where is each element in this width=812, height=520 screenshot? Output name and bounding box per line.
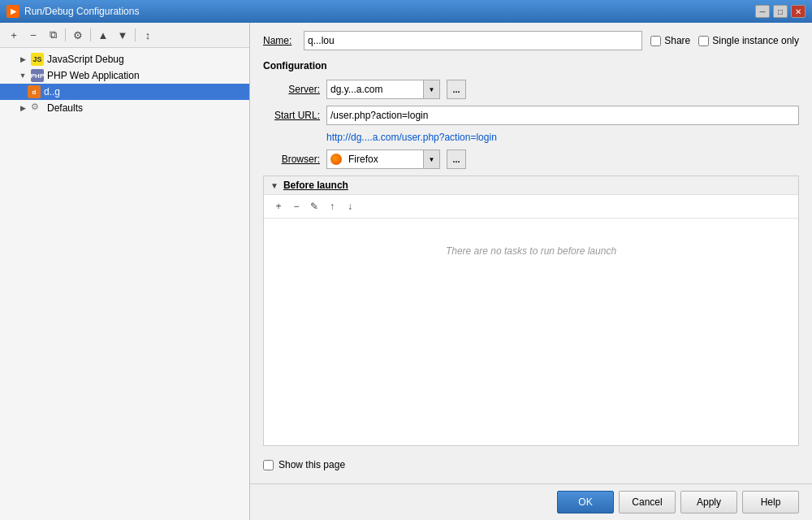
expand-arrow-php: ▼ — [18, 71, 28, 80]
name-input[interactable] — [304, 31, 642, 50]
server-label: Server: — [263, 84, 320, 95]
tree-item-js-debug[interactable]: ▶ JS JavaScript Debug — [0, 51, 249, 67]
tree-item-debug-instance[interactable]: d d..g — [0, 84, 249, 100]
show-page-label: Show this page — [279, 459, 345, 470]
apply-button[interactable]: Apply — [680, 491, 737, 514]
config-section: Configuration Server: dg.y...a.com ▼ ...… — [263, 60, 799, 176]
config-section-title: Configuration — [263, 60, 799, 72]
single-instance-checkbox[interactable] — [698, 36, 709, 46]
single-instance-checkbox-group: Single instance only — [698, 35, 799, 46]
browser-select-value: Firefox — [345, 154, 423, 165]
right-panel: Name: Share Single instance only Configu… — [250, 23, 812, 483]
share-checkbox-group: Share — [650, 35, 690, 46]
browser-dropdown-arrow[interactable]: ▼ — [423, 150, 439, 168]
start-url-label: Start URL: — [263, 110, 320, 121]
name-label: Name: — [263, 35, 296, 46]
name-row: Name: Share Single instance only — [263, 31, 799, 50]
share-checkbox[interactable] — [650, 36, 661, 46]
minimize-button[interactable]: ─ — [755, 5, 770, 18]
remove-config-button[interactable]: − — [24, 26, 42, 44]
browser-select[interactable]: Firefox ▼ — [326, 150, 440, 169]
app-icon: ▶ — [6, 5, 19, 18]
debug-small-icon: d — [28, 85, 41, 98]
move-down-button[interactable]: ▼ — [114, 26, 132, 44]
server-dropdown-arrow[interactable]: ▼ — [423, 80, 439, 98]
no-tasks-message: There are no tasks to run before launch — [446, 245, 616, 257]
tree-item-defaults[interactable]: ▶ ⚙ Defaults — [0, 100, 249, 116]
expand-arrow: ▶ — [18, 54, 28, 64]
before-launch-section: ▼ Before launch + − ✎ ↑ ↓ There are no t… — [263, 176, 799, 446]
tree-item-label: JavaScript Debug — [47, 54, 124, 65]
defaults-icon: ⚙ — [31, 102, 44, 115]
cancel-button[interactable]: Cancel — [619, 491, 676, 514]
before-launch-title: Before launch — [283, 180, 348, 191]
browser-field-row: Browser: Firefox ▼ ... — [263, 150, 799, 169]
tree-item-php-web[interactable]: ▼ PHP PHP Web Application — [0, 67, 249, 84]
php-icon: PHP — [31, 69, 44, 82]
edit-task-button[interactable]: ✎ — [306, 198, 322, 214]
js-icon: JS — [31, 53, 44, 66]
close-button[interactable]: ✕ — [791, 5, 806, 18]
collapse-arrow-icon: ▼ — [270, 181, 279, 190]
server-select-value: dg.y...a.com — [327, 84, 423, 95]
single-instance-label: Single instance only — [712, 35, 799, 46]
before-launch-toolbar: + − ✎ ↑ ↓ — [264, 195, 798, 219]
share-label: Share — [664, 35, 690, 46]
tree-item-label: PHP Web Application — [47, 70, 140, 81]
toolbar-separator-2 — [90, 28, 91, 41]
expand-arrow-defaults: ▶ — [18, 103, 28, 113]
browser-label: Browser: — [263, 154, 320, 165]
left-panel: + − ⧉ ⚙ ▲ ▼ ↕ ▶ JS JavaScript Debug ▼ — [0, 23, 250, 520]
move-down-task-button[interactable]: ↓ — [342, 198, 358, 214]
tree-item-label: Defaults — [47, 102, 83, 114]
show-page-row: Show this page — [263, 459, 799, 470]
before-launch-header[interactable]: ▼ Before launch — [264, 176, 798, 195]
browser-more-button[interactable]: ... — [447, 150, 466, 169]
show-page-checkbox[interactable] — [263, 460, 274, 470]
start-url-field-row: Start URL: — [263, 106, 799, 125]
sort-button[interactable]: ↕ — [139, 26, 157, 44]
title-bar: ▶ Run/Debug Configurations ─ □ ✕ — [0, 0, 812, 23]
tree-item-label: d..g — [44, 86, 60, 98]
server-select[interactable]: dg.y...a.com ▼ — [326, 80, 440, 99]
server-more-button[interactable]: ... — [447, 80, 466, 99]
ok-button[interactable]: OK — [557, 491, 614, 514]
add-config-button[interactable]: + — [5, 26, 23, 44]
before-launch-content: There are no tasks to run before launch — [264, 219, 798, 284]
left-toolbar: + − ⧉ ⚙ ▲ ▼ ↕ — [0, 23, 249, 48]
move-up-button[interactable]: ▲ — [94, 26, 112, 44]
edit-config-button[interactable]: ⚙ — [69, 26, 87, 44]
firefox-icon — [330, 154, 342, 165]
copy-config-button[interactable]: ⧉ — [44, 26, 62, 44]
toolbar-separator — [65, 28, 66, 41]
help-button[interactable]: Help — [742, 491, 799, 514]
start-url-input[interactable] — [326, 106, 799, 125]
maximize-button[interactable]: □ — [773, 5, 788, 18]
remove-task-button[interactable]: − — [288, 198, 304, 214]
config-tree: ▶ JS JavaScript Debug ▼ PHP PHP Web Appl… — [0, 48, 249, 520]
title-text: Run/Debug Configurations — [24, 6, 139, 17]
toolbar-separator-3 — [135, 28, 136, 41]
server-field-row: Server: dg.y...a.com ▼ ... — [263, 80, 799, 99]
move-up-task-button[interactable]: ↑ — [324, 198, 340, 214]
full-url-link[interactable]: http://dg....a.com/user.php?action=login — [326, 132, 799, 143]
add-task-button[interactable]: + — [270, 198, 287, 214]
bottom-bar: OK Cancel Apply Help — [250, 483, 812, 520]
